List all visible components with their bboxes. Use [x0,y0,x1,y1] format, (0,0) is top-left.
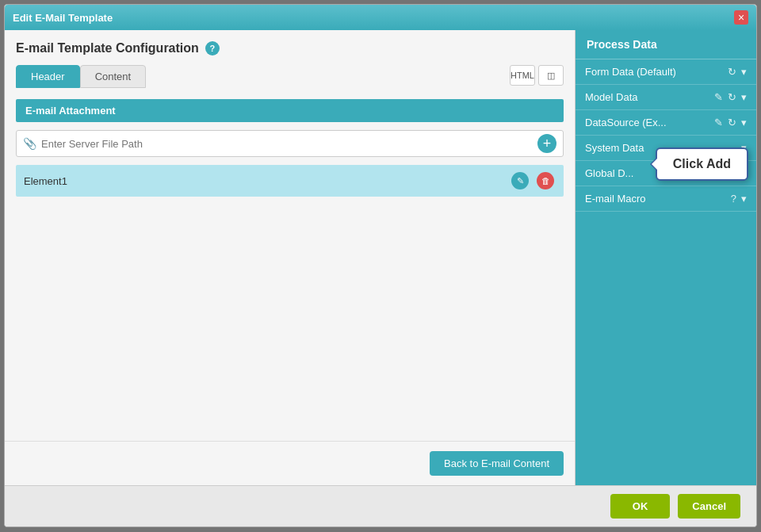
cancel-button[interactable]: Cancel [678,494,740,519]
datasource-chevron-icon[interactable]: ▾ [741,117,747,128]
datasource-icons: ✎ ↻ ▾ [714,117,747,128]
email-macro-chevron-icon[interactable]: ▾ [741,193,747,205]
form-data-refresh-icon[interactable]: ↻ [728,66,736,78]
process-item-form-data[interactable]: Form Data (Default) ↻ ▾ [576,59,756,85]
model-data-refresh-icon[interactable]: ↻ [728,91,736,103]
model-data-chevron-icon[interactable]: ▾ [741,91,747,103]
delete-element-button[interactable]: 🗑 [535,170,556,191]
close-button[interactable]: × [734,10,748,25]
datasource-edit-icon[interactable]: ✎ [714,117,723,128]
tab-header[interactable]: Header [16,65,80,88]
click-add-popup: Click Add [656,147,748,181]
email-macro-label: E-mail Macro [585,193,731,205]
section-header: E-mail Attachment [16,99,564,122]
add-button[interactable]: + [537,134,556,153]
modal-title: Edit E-Mail Template [13,12,113,24]
datasource-label: DataSource (Ex... [585,117,714,128]
datasource-refresh-icon[interactable]: ↻ [728,117,736,128]
form-data-icons: ↻ ▾ [728,66,747,78]
process-item-model-data[interactable]: Model Data ✎ ↻ ▾ [576,85,756,110]
back-to-email-content-button[interactable]: Back to E-mail Content [430,451,564,476]
process-data-title: Process Data [576,30,756,59]
delete-icon: 🗑 [537,172,554,189]
click-add-text: Click Add [673,157,731,170]
config-title-text: E-mail Template Configuration [16,41,199,55]
element-actions: ✎ 🗑 [510,170,556,191]
tab-content[interactable]: Content [80,65,147,88]
model-data-edit-icon[interactable]: ✎ [714,91,723,103]
modal-body: E-mail Template Configuration ? Header C… [5,30,756,485]
config-title: E-mail Template Configuration ? [16,41,564,55]
tabs: Header Content HTML ◫ [16,65,564,88]
modal-footer: OK Cancel [5,485,756,526]
element-row: Element1 ✎ 🗑 [16,165,564,197]
email-macro-help-icon[interactable]: ? [731,193,736,205]
edit-icon: ✎ [511,172,529,189]
form-data-label: Form Data (Default) [585,66,728,78]
model-data-icons: ✎ ↻ ▾ [714,91,747,103]
left-panel: E-mail Template Configuration ? Header C… [5,30,576,485]
html-view-icon[interactable]: HTML [510,65,535,86]
edit-element-button[interactable]: ✎ [510,170,530,191]
attachment-icon: 📎 [23,137,36,150]
element-label: Element1 [24,175,67,187]
process-item-datasource[interactable]: DataSource (Ex... ✎ ↻ ▾ [576,110,756,136]
modal-titlebar: Edit E-Mail Template × [5,5,756,30]
attachment-row: 📎 + [16,130,564,157]
help-icon[interactable]: ? [205,41,220,55]
form-data-chevron-icon[interactable]: ▾ [741,66,747,78]
right-panel: Process Data Form Data (Default) ↻ ▾ Mod… [576,30,756,485]
model-data-label: Model Data [585,91,714,103]
left-panel-footer: Back to E-mail Content [5,441,575,485]
modal-overlay: Edit E-Mail Template × E-mail Template C… [0,0,761,532]
process-item-email-macro[interactable]: E-mail Macro ? ▾ [576,186,756,212]
ok-button[interactable]: OK [610,494,671,519]
modal: Edit E-Mail Template × E-mail Template C… [4,4,757,527]
left-panel-inner: E-mail Template Configuration ? Header C… [5,30,575,441]
visual-view-icon[interactable]: ◫ [538,65,564,86]
server-file-path-input[interactable] [41,138,533,150]
email-macro-icons: ? ▾ [731,193,747,205]
